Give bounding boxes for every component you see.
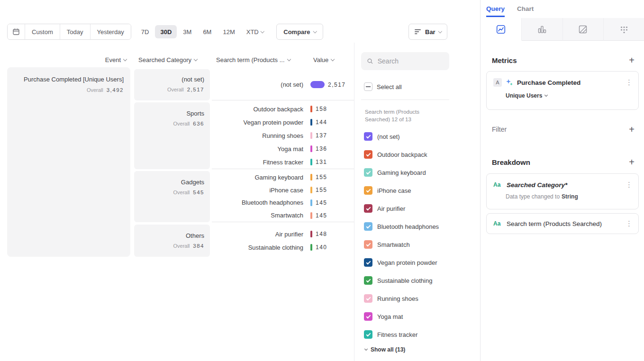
search-input[interactable] — [378, 57, 444, 65]
table-row[interactable]: Yoga mat 136 — [212, 142, 354, 155]
checkbox-checked-icon[interactable] — [364, 168, 372, 177]
column-header-value[interactable]: Value — [313, 54, 334, 65]
checkbox-checked-icon[interactable] — [364, 330, 372, 339]
segment-item[interactable]: Air purifier — [364, 199, 439, 217]
range-30d-button[interactable]: 30D — [155, 25, 177, 38]
table-row[interactable]: Smartwatch 145 — [212, 209, 354, 222]
value-number: 137 — [316, 132, 327, 139]
segment-item[interactable]: Vegan protein powder — [364, 253, 439, 271]
segment-item[interactable]: Yoga mat — [364, 307, 439, 325]
metric-card[interactable]: A Purchase Completed ⋮ Unique Users — [486, 71, 639, 110]
range-xtd-button[interactable]: XTD — [241, 25, 269, 38]
checkbox-checked-icon[interactable] — [364, 276, 372, 285]
chart-type-button[interactable]: Bar — [408, 24, 447, 40]
segment-item[interactable]: (not set) — [364, 127, 439, 145]
search-term-cell: Fitness tracker — [212, 159, 303, 166]
segment-label: Running shoes — [377, 295, 418, 302]
checkbox-checked-icon[interactable] — [364, 204, 372, 213]
tab-retention[interactable] — [563, 18, 604, 41]
checkbox-checked-icon[interactable] — [364, 240, 372, 249]
table-row[interactable]: Bluetooth headphones 145 — [212, 197, 354, 209]
breakdown-name: Search term (Products Searched) — [507, 220, 622, 227]
segment-label: Air purifier — [377, 205, 405, 212]
event-overall: Overall3,492 — [12, 85, 124, 94]
indeterminate-checkbox-icon[interactable] — [364, 82, 372, 91]
date-picker-group: Custom Today Yesterday — [7, 24, 131, 40]
range-3m-button[interactable]: 3M — [178, 25, 197, 38]
segment-item[interactable]: Running shoes — [364, 289, 439, 307]
category-cell-not-set[interactable]: (not set) Overall2,517 — [134, 69, 210, 100]
range-12m-button[interactable]: 12M — [218, 25, 240, 38]
range-today-button[interactable]: Today — [60, 24, 90, 39]
tab-query[interactable]: Query — [486, 5, 505, 17]
segment-item[interactable]: Outdoor backpack — [364, 145, 439, 163]
segment-item[interactable]: iPhone case — [364, 181, 439, 199]
segment-item[interactable]: Bluetooth headphones — [364, 217, 439, 235]
category-cell-sports[interactable]: Sports Overall636 — [134, 102, 210, 169]
range-yesterday-button[interactable]: Yesterday — [90, 24, 131, 39]
value-bar — [310, 119, 312, 126]
range-custom-button[interactable]: Custom — [25, 24, 60, 39]
table-row[interactable]: Outdoor backpack 158 — [212, 102, 354, 116]
column-header-event[interactable]: Event — [7, 54, 127, 65]
kebab-menu-icon[interactable]: ⋮ — [626, 78, 633, 87]
check-icon — [366, 224, 371, 228]
range-7d-button[interactable]: 7D — [136, 25, 154, 38]
table-row[interactable]: Sustainable clothing 140 — [212, 241, 354, 254]
range-6m-button[interactable]: 6M — [198, 25, 217, 38]
chevron-down-icon — [438, 29, 442, 33]
segment-item[interactable]: Smartwatch — [364, 235, 439, 253]
select-all-row[interactable]: Select all — [364, 82, 402, 91]
checkbox-checked-icon[interactable] — [364, 312, 372, 321]
chevron-down-icon — [331, 57, 335, 61]
table-row[interactable]: Fitness tracker 131 — [212, 155, 354, 169]
report-type-tabs — [481, 18, 644, 41]
checkbox-checked-icon[interactable] — [364, 132, 372, 141]
category-cell-others[interactable]: Others Overall384 — [134, 225, 210, 257]
breakdown-card-search-term[interactable]: Aa Search term (Products Searched) ⋮ — [486, 213, 639, 234]
check-icon — [366, 206, 371, 210]
kebab-menu-icon[interactable]: ⋮ — [626, 219, 633, 228]
add-breakdown-button[interactable]: + — [629, 157, 635, 167]
checkbox-checked-icon[interactable] — [364, 222, 372, 231]
show-all-label: Show all (13) — [371, 346, 405, 353]
value-number: 2,517 — [328, 81, 346, 88]
search-term-cell: Outdoor backpack — [212, 106, 303, 113]
check-icon — [366, 332, 371, 336]
table-row[interactable]: Vegan protein powder 144 — [212, 116, 354, 129]
checkbox-checked-icon[interactable] — [364, 186, 372, 195]
metric-row: A Purchase Completed ⋮ — [487, 72, 638, 87]
measure-dropdown[interactable]: Unique Users — [487, 87, 638, 99]
segment-search-box[interactable] — [361, 52, 449, 70]
table-row[interactable]: Gaming keyboard 155 — [212, 171, 354, 184]
column-header-term[interactable]: Search term (Products ... — [216, 54, 290, 65]
show-all-button[interactable]: Show all (13) — [365, 346, 405, 353]
category-name: Others — [138, 232, 204, 239]
value-cell: 145 — [310, 199, 327, 206]
add-filter-button[interactable]: + — [629, 125, 635, 134]
checkbox-checked-icon[interactable] — [364, 294, 372, 303]
segment-item[interactable]: Gaming keyboard — [364, 163, 439, 181]
checkbox-checked-icon[interactable] — [364, 150, 372, 159]
tab-flows[interactable] — [604, 18, 644, 41]
segment-item[interactable]: Sustainable clothing — [364, 271, 439, 289]
retention-icon — [578, 25, 588, 34]
category-cell-gadgets[interactable]: Gadgets Overall545 — [134, 171, 210, 222]
tab-insights[interactable] — [481, 18, 522, 41]
kebab-menu-icon[interactable]: ⋮ — [626, 180, 633, 189]
add-metric-button[interactable]: + — [629, 55, 635, 65]
tab-chart[interactable]: Chart — [517, 5, 534, 17]
column-header-category[interactable]: Searched Category — [138, 54, 197, 65]
compare-button[interactable]: Compare — [276, 24, 323, 40]
table-row[interactable]: iPhone case 155 — [212, 184, 354, 197]
breakdown-card-searched-category[interactable]: Aa Searched Category* ⋮ Data type change… — [486, 173, 639, 209]
table-row[interactable]: (not set) 2,517 — [212, 78, 354, 91]
checkbox-checked-icon[interactable] — [364, 258, 372, 267]
overall-label: Overall — [173, 190, 190, 195]
calendar-button[interactable] — [8, 24, 25, 39]
table-row[interactable]: Running shoes 137 — [212, 129, 354, 142]
tab-funnels[interactable] — [522, 18, 563, 41]
segment-item[interactable]: Fitness tracker — [364, 325, 439, 343]
event-cell[interactable]: Purchase Completed [Unique Users] Overal… — [7, 67, 130, 257]
table-row[interactable]: Air purifier 148 — [212, 227, 354, 241]
